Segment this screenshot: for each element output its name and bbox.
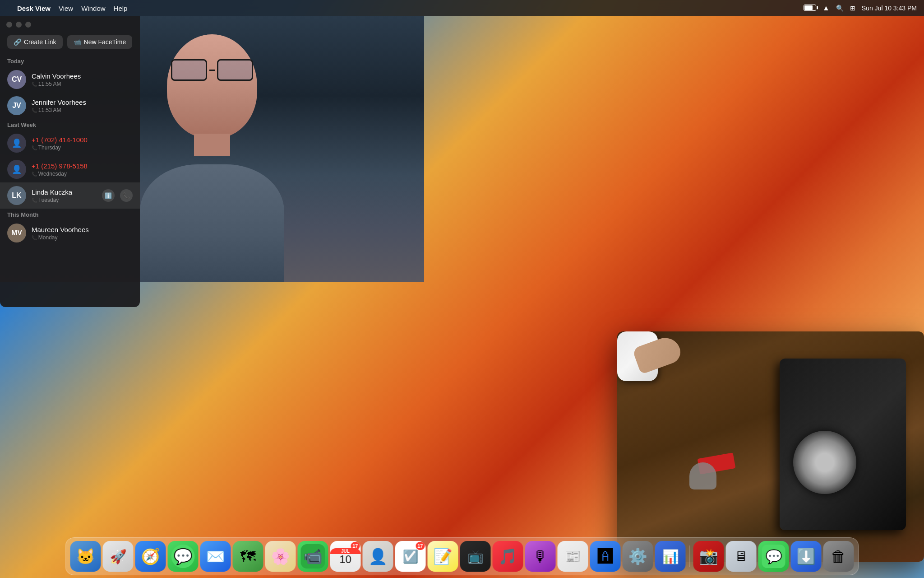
dock-trash[interactable]: 🗑 <box>823 541 854 572</box>
search-icon[interactable]: 🔍 <box>836 5 844 12</box>
dock-finder[interactable]: 🐱 <box>70 541 101 572</box>
dock-appletv[interactable]: 📺 <box>460 541 491 572</box>
section-thismonth-label: This Month <box>0 209 140 220</box>
calendar-badge: 17 <box>351 542 360 550</box>
pip-desk-video <box>617 331 924 562</box>
call-info-jennifer: Jennifer Voorhees 11:53 AM <box>32 98 133 113</box>
camera-lens <box>793 431 856 494</box>
controlcenter-icon[interactable]: ⊞ <box>850 5 855 12</box>
dock-appstore[interactable]: 🅰 <box>590 541 621 572</box>
dock-systemprefs[interactable]: ⚙️ <box>623 541 653 572</box>
new-facetime-button[interactable]: 📹 New FaceTime <box>67 35 133 49</box>
dock-contacts[interactable]: 👤 <box>363 541 393 572</box>
pip-desk-surface <box>617 331 924 562</box>
call-info-702: +1 (702) 414-1000 Thursday <box>32 136 133 151</box>
call-time-jennifer: 11:53 AM <box>32 107 133 113</box>
call-item-215[interactable]: 👤 +1 (215) 978-5158 Wednesday <box>0 156 140 182</box>
keys <box>689 462 716 489</box>
avatar-linda: LK <box>7 186 26 205</box>
dock-reminders[interactable]: ☑️ 17 <box>395 541 426 572</box>
battery-icon <box>804 5 816 12</box>
minimize-button[interactable] <box>16 22 22 28</box>
section-today-label: Today <box>0 55 140 66</box>
call-time-maureen: Monday <box>32 234 133 241</box>
glass-right <box>217 59 253 81</box>
camera-body <box>780 359 906 530</box>
call-name-215: +1 (215) 978-5158 <box>32 162 133 170</box>
call-name-maureen: Maureen Voorhees <box>32 226 133 233</box>
create-link-button[interactable]: 🔗 Create Link <box>7 35 63 49</box>
call-item-702[interactable]: 👤 +1 (702) 414-1000 Thursday <box>0 130 140 156</box>
avatar-calvin: CV <box>7 70 26 89</box>
sidebar-titlebar <box>0 16 140 33</box>
dock-mail[interactable]: ✉️ <box>200 541 231 572</box>
close-button[interactable] <box>6 22 12 28</box>
call-item-jennifer[interactable]: JV Jennifer Voorhees 11:53 AM <box>0 93 140 119</box>
reminders-badge: 17 <box>416 542 425 550</box>
call-info-calvin: Calvin Voorhees 11:55 AM <box>32 72 133 87</box>
call-info-linda: Linda Kuczka Tuesday <box>32 188 97 203</box>
sidebar-action-buttons: 🔗 Create Link 📹 New FaceTime <box>0 33 140 55</box>
call-time-calvin: 11:55 AM <box>32 81 133 87</box>
dock-messages[interactable]: 💬 <box>168 541 199 572</box>
call-time-215: Wednesday <box>32 171 133 177</box>
call-info-215: +1 (215) 978-5158 Wednesday <box>32 162 133 177</box>
call-time-702: Thursday <box>32 144 133 151</box>
avatar-702: 👤 <box>7 134 26 153</box>
dock-facetime[interactable]: 📹 <box>298 541 328 572</box>
person-neck <box>194 134 230 156</box>
new-facetime-label: New FaceTime <box>84 38 126 46</box>
glass-left <box>171 59 207 81</box>
camera-icon: 📹 <box>74 38 81 46</box>
dock-facemessage[interactable]: 💬 <box>758 541 789 572</box>
linda-info-button[interactable]: ℹ️ <box>102 189 115 202</box>
facetime-sidebar: 🔗 Create Link 📹 New FaceTime Today CV Ca… <box>0 16 140 307</box>
dock-downloader[interactable]: ⬇️ <box>791 541 822 572</box>
dock-photobooth[interactable]: 📸 <box>693 541 724 572</box>
dock-keynote[interactable]: 📊 <box>655 541 686 572</box>
wifi-icon: ▲ <box>822 4 830 12</box>
menubar-window[interactable]: Window <box>81 5 105 12</box>
call-item-maureen[interactable]: MV Maureen Voorhees Monday <box>0 220 140 246</box>
menubar-app-name[interactable]: Desk View <box>17 5 51 12</box>
dock-maps[interactable]: 🗺 <box>233 541 263 572</box>
dock-separator <box>689 545 690 567</box>
glass-bridge <box>209 70 215 71</box>
link-icon: 🔗 <box>14 38 21 46</box>
dock-launchpad[interactable]: 🚀 <box>103 541 134 572</box>
dock-news[interactable]: 📰 <box>558 541 588 572</box>
call-name-jennifer: Jennifer Voorhees <box>32 98 133 106</box>
menubar-view[interactable]: View <box>59 5 73 12</box>
menubar-left: Desk View View Window Help <box>7 5 127 12</box>
dock: 🐱 🚀 🧭 💬 ✉️ 🗺 🌸 📹 JUL 10 17 👤 ☑️ 17 📝 📺 <box>65 537 859 575</box>
person-head <box>167 34 257 138</box>
menubar-datetime: Sun Jul 10 3:43 PM <box>862 5 917 12</box>
call-time-linda: Tuesday <box>32 197 97 203</box>
dock-photos[interactable]: 🌸 <box>265 541 296 572</box>
call-name-calvin: Calvin Voorhees <box>32 72 133 80</box>
linda-call-actions: ℹ️ 📞 <box>102 189 133 202</box>
menubar-help[interactable]: Help <box>114 5 128 12</box>
linda-call-button[interactable]: 📞 <box>120 189 133 202</box>
maximize-button[interactable] <box>25 22 31 28</box>
section-lastweek-label: Last Week <box>0 119 140 130</box>
dock-calendar[interactable]: JUL 10 17 <box>330 541 361 572</box>
avatar-215: 👤 <box>7 160 26 179</box>
create-link-label: Create Link <box>24 38 56 46</box>
avatar-maureen: MV <box>7 224 26 242</box>
call-name-702: +1 (702) 414-1000 <box>32 136 133 144</box>
dock-safari[interactable]: 🧭 <box>135 541 166 572</box>
call-info-maureen: Maureen Voorhees Monday <box>32 226 133 241</box>
menubar-right: ▲ 🔍 ⊞ Sun Jul 10 3:43 PM <box>804 4 917 12</box>
glasses <box>171 59 253 81</box>
call-item-linda[interactable]: LK Linda Kuczka Tuesday ℹ️ 📞 <box>0 182 140 209</box>
avatar-jennifer: JV <box>7 96 26 115</box>
menubar: Desk View View Window Help ▲ 🔍 ⊞ Sun Jul… <box>0 0 924 16</box>
call-name-linda: Linda Kuczka <box>32 188 97 196</box>
person-body <box>140 164 284 282</box>
dock-notes[interactable]: 📝 <box>428 541 458 572</box>
dock-music[interactable]: 🎵 <box>493 541 523 572</box>
call-item-calvin[interactable]: CV Calvin Voorhees 11:55 AM <box>0 66 140 93</box>
dock-imagecapture[interactable]: 🖥 <box>726 541 757 572</box>
dock-podcasts[interactable]: 🎙 <box>525 541 556 572</box>
